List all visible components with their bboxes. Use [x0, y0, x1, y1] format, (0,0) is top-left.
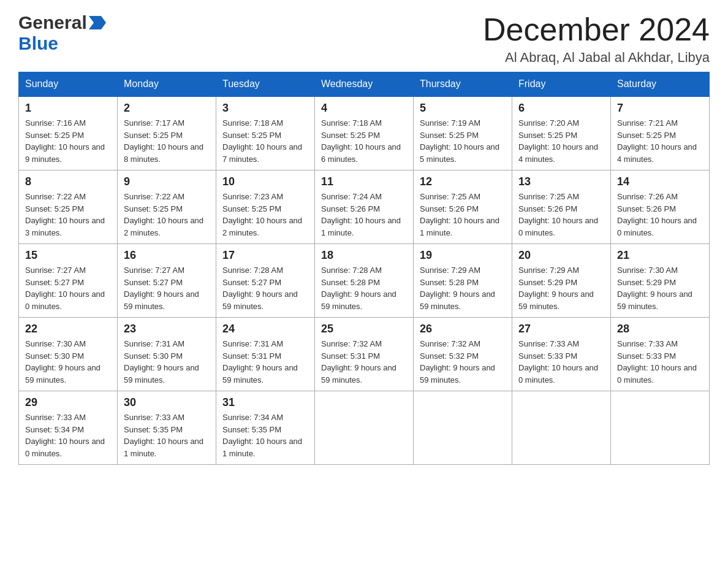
empty-cell: [315, 391, 414, 465]
day-info: Sunrise: 7:20 AMSunset: 5:25 PMDaylight:…: [518, 117, 604, 165]
col-sunday: Sunday: [19, 72, 118, 97]
calendar-day-cell: 23Sunrise: 7:31 AMSunset: 5:30 PMDayligh…: [118, 318, 216, 391]
day-number: 4: [321, 102, 407, 115]
day-info: Sunrise: 7:18 AMSunset: 5:25 PMDaylight:…: [321, 117, 407, 165]
empty-cell: [512, 391, 611, 465]
logo-arrow-icon: [89, 16, 106, 29]
day-info: Sunrise: 7:24 AMSunset: 5:26 PMDaylight:…: [321, 191, 407, 239]
empty-cell: [414, 391, 512, 465]
logo-general: General: [18, 12, 87, 33]
day-number: 13: [518, 175, 604, 188]
day-number: 24: [222, 323, 308, 335]
day-number: 30: [124, 396, 210, 409]
location-title: Al Abraq, Al Jabal al Akhdar, Libya: [483, 50, 710, 66]
day-info: Sunrise: 7:34 AMSunset: 5:35 PMDaylight:…: [222, 412, 308, 459]
calendar-day-cell: 5Sunrise: 7:19 AMSunset: 5:25 PMDaylight…: [414, 96, 512, 170]
calendar-day-cell: 21Sunrise: 7:30 AMSunset: 5:29 PMDayligh…: [611, 244, 710, 318]
calendar-day-cell: 6Sunrise: 7:20 AMSunset: 5:25 PMDaylight…: [512, 96, 611, 170]
day-info: Sunrise: 7:26 AMSunset: 5:26 PMDaylight:…: [617, 191, 703, 239]
day-info: Sunrise: 7:33 AMSunset: 5:33 PMDaylight:…: [617, 338, 703, 386]
calendar-day-cell: 12Sunrise: 7:25 AMSunset: 5:26 PMDayligh…: [414, 170, 512, 244]
col-tuesday: Tuesday: [216, 72, 315, 97]
logo-blue: Blue: [18, 33, 58, 54]
day-number: 3: [222, 102, 308, 115]
calendar-week-row: 1Sunrise: 7:16 AMSunset: 5:25 PMDaylight…: [19, 96, 710, 170]
day-number: 22: [25, 323, 111, 335]
calendar-day-cell: 26Sunrise: 7:32 AMSunset: 5:32 PMDayligh…: [414, 318, 512, 391]
day-info: Sunrise: 7:21 AMSunset: 5:25 PMDaylight:…: [617, 117, 703, 165]
calendar-day-cell: 1Sunrise: 7:16 AMSunset: 5:25 PMDaylight…: [19, 96, 118, 170]
day-info: Sunrise: 7:33 AMSunset: 5:33 PMDaylight:…: [518, 338, 604, 386]
day-number: 6: [518, 102, 604, 115]
calendar-week-row: 29Sunrise: 7:33 AMSunset: 5:34 PMDayligh…: [19, 391, 710, 465]
day-info: Sunrise: 7:29 AMSunset: 5:29 PMDaylight:…: [518, 264, 604, 312]
calendar-day-cell: 31Sunrise: 7:34 AMSunset: 5:35 PMDayligh…: [216, 391, 315, 465]
logo: General Blue: [18, 12, 106, 54]
day-info: Sunrise: 7:25 AMSunset: 5:26 PMDaylight:…: [420, 191, 506, 239]
calendar-day-cell: 10Sunrise: 7:23 AMSunset: 5:25 PMDayligh…: [216, 170, 315, 244]
day-number: 2: [124, 102, 210, 115]
day-number: 17: [222, 249, 308, 262]
calendar-day-cell: 14Sunrise: 7:26 AMSunset: 5:26 PMDayligh…: [611, 170, 710, 244]
day-number: 11: [321, 175, 407, 188]
calendar-day-cell: 3Sunrise: 7:18 AMSunset: 5:25 PMDaylight…: [216, 96, 315, 170]
calendar-day-cell: 17Sunrise: 7:28 AMSunset: 5:27 PMDayligh…: [216, 244, 315, 318]
day-info: Sunrise: 7:18 AMSunset: 5:25 PMDaylight:…: [222, 117, 308, 165]
calendar-day-cell: 9Sunrise: 7:22 AMSunset: 5:25 PMDaylight…: [118, 170, 216, 244]
day-info: Sunrise: 7:28 AMSunset: 5:27 PMDaylight:…: [222, 264, 308, 312]
calendar-day-cell: 15Sunrise: 7:27 AMSunset: 5:27 PMDayligh…: [19, 244, 118, 318]
day-info: Sunrise: 7:19 AMSunset: 5:25 PMDaylight:…: [420, 117, 506, 165]
calendar-day-cell: 16Sunrise: 7:27 AMSunset: 5:27 PMDayligh…: [118, 244, 216, 318]
day-number: 9: [124, 175, 210, 188]
day-number: 8: [25, 175, 111, 188]
calendar-week-row: 8Sunrise: 7:22 AMSunset: 5:25 PMDaylight…: [19, 170, 710, 244]
day-number: 25: [321, 323, 407, 335]
calendar-week-row: 15Sunrise: 7:27 AMSunset: 5:27 PMDayligh…: [19, 244, 710, 318]
day-info: Sunrise: 7:30 AMSunset: 5:29 PMDaylight:…: [617, 264, 703, 312]
day-number: 28: [617, 323, 703, 335]
col-wednesday: Wednesday: [315, 72, 414, 97]
calendar-day-cell: 27Sunrise: 7:33 AMSunset: 5:33 PMDayligh…: [512, 318, 611, 391]
calendar-table: Sunday Monday Tuesday Wednesday Thursday…: [18, 72, 710, 465]
day-info: Sunrise: 7:22 AMSunset: 5:25 PMDaylight:…: [124, 191, 210, 239]
day-info: Sunrise: 7:23 AMSunset: 5:25 PMDaylight:…: [222, 191, 308, 239]
day-number: 7: [617, 102, 703, 115]
calendar-day-cell: 4Sunrise: 7:18 AMSunset: 5:25 PMDaylight…: [315, 96, 414, 170]
day-number: 23: [124, 323, 210, 335]
day-info: Sunrise: 7:16 AMSunset: 5:25 PMDaylight:…: [25, 117, 111, 165]
title-block: December 2024 Al Abraq, Al Jabal al Akhd…: [483, 12, 710, 66]
day-info: Sunrise: 7:30 AMSunset: 5:30 PMDaylight:…: [25, 338, 111, 386]
day-info: Sunrise: 7:29 AMSunset: 5:28 PMDaylight:…: [420, 264, 506, 312]
calendar-day-cell: 11Sunrise: 7:24 AMSunset: 5:26 PMDayligh…: [315, 170, 414, 244]
day-info: Sunrise: 7:27 AMSunset: 5:27 PMDaylight:…: [25, 264, 111, 312]
day-number: 31: [222, 396, 308, 409]
day-number: 27: [518, 323, 604, 335]
day-number: 15: [25, 249, 111, 262]
day-info: Sunrise: 7:22 AMSunset: 5:25 PMDaylight:…: [25, 191, 111, 239]
calendar-day-cell: 2Sunrise: 7:17 AMSunset: 5:25 PMDaylight…: [118, 96, 216, 170]
day-info: Sunrise: 7:17 AMSunset: 5:25 PMDaylight:…: [124, 117, 210, 165]
col-thursday: Thursday: [414, 72, 512, 97]
day-info: Sunrise: 7:27 AMSunset: 5:27 PMDaylight:…: [124, 264, 210, 312]
day-info: Sunrise: 7:31 AMSunset: 5:30 PMDaylight:…: [124, 338, 210, 386]
month-title: December 2024: [483, 12, 710, 47]
day-number: 5: [420, 102, 506, 115]
empty-cell: [611, 391, 710, 465]
calendar-day-cell: 7Sunrise: 7:21 AMSunset: 5:25 PMDaylight…: [611, 96, 710, 170]
calendar-day-cell: 28Sunrise: 7:33 AMSunset: 5:33 PMDayligh…: [611, 318, 710, 391]
day-number: 18: [321, 249, 407, 262]
day-number: 21: [617, 249, 703, 262]
logo-line1: General: [18, 12, 106, 33]
day-info: Sunrise: 7:33 AMSunset: 5:35 PMDaylight:…: [124, 412, 210, 459]
calendar-day-cell: 13Sunrise: 7:25 AMSunset: 5:26 PMDayligh…: [512, 170, 611, 244]
col-monday: Monday: [118, 72, 216, 97]
calendar-day-cell: 19Sunrise: 7:29 AMSunset: 5:28 PMDayligh…: [414, 244, 512, 318]
calendar-day-cell: 8Sunrise: 7:22 AMSunset: 5:25 PMDaylight…: [19, 170, 118, 244]
svg-marker-0: [89, 16, 106, 29]
calendar-day-cell: 20Sunrise: 7:29 AMSunset: 5:29 PMDayligh…: [512, 244, 611, 318]
day-number: 29: [25, 396, 111, 409]
day-number: 19: [420, 249, 506, 262]
day-number: 12: [420, 175, 506, 188]
day-info: Sunrise: 7:32 AMSunset: 5:31 PMDaylight:…: [321, 338, 407, 386]
calendar-week-row: 22Sunrise: 7:30 AMSunset: 5:30 PMDayligh…: [19, 318, 710, 391]
